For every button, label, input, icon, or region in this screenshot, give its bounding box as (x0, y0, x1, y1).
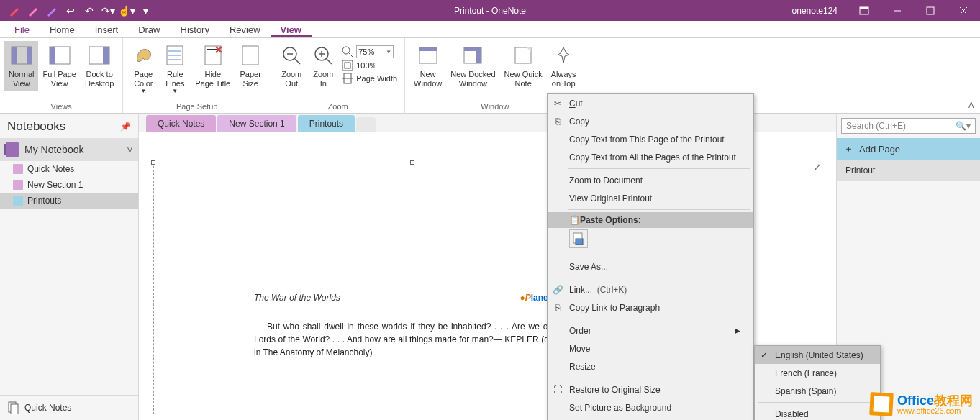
group-label-views: Views (0, 101, 122, 113)
always-on-top-button[interactable]: Always on Top (547, 41, 581, 91)
paste-picture-button[interactable] (569, 229, 588, 248)
new-quick-note-button[interactable]: New Quick Note (500, 41, 547, 91)
section-item-printouts[interactable]: Printouts (0, 193, 138, 209)
tab-quick-notes[interactable]: Quick Notes (146, 115, 216, 132)
notebook-sidebar: Notebooks 📌 My Notebook ᐯ Quick Notes Ne… (0, 114, 139, 420)
pen-pink-icon[interactable] (24, 2, 42, 19)
collapse-ribbon-button[interactable]: ᐱ (968, 101, 974, 110)
rule-lines-button[interactable]: Rule Lines▼ (159, 41, 191, 97)
back-icon[interactable]: ↩ (62, 2, 79, 19)
maximize-button[interactable] (914, 0, 947, 21)
menu-restore-original-size[interactable]: ⛶Restore to Original Size (548, 380, 753, 398)
pen-red-icon[interactable] (6, 2, 23, 19)
pin-sidebar-icon[interactable]: 📌 (120, 122, 131, 132)
quick-notes-footer[interactable]: Quick Notes (0, 395, 138, 420)
menu-resize[interactable]: Resize (548, 357, 753, 375)
customize-qat-icon[interactable]: ▾ (137, 2, 154, 19)
normal-view-button[interactable]: Normal View (4, 41, 38, 91)
page-width-button[interactable]: Page Width (342, 73, 397, 84)
current-notebook[interactable]: My Notebook ᐯ (0, 138, 138, 161)
hide-title-icon (201, 44, 224, 67)
section-item-quick-notes[interactable]: Quick Notes (0, 161, 138, 177)
svg-rect-7 (12, 47, 17, 64)
magnifier-icon (342, 46, 353, 58)
normal-view-icon (10, 44, 33, 67)
tab-insert[interactable]: Insert (85, 22, 129, 37)
svg-rect-10 (50, 47, 55, 64)
zoom-in-button[interactable]: Zoom In (307, 41, 339, 91)
search-input[interactable]: Search (Ctrl+E) 🔍▾ (841, 118, 976, 134)
menu-order[interactable]: Order▶ (548, 321, 753, 339)
tab-home[interactable]: Home (40, 22, 85, 37)
tab-printouts[interactable]: Printouts (298, 115, 355, 132)
zoom-100-button[interactable]: 100% (342, 60, 397, 71)
svg-point-29 (342, 47, 350, 54)
tab-history[interactable]: History (171, 22, 219, 37)
minimize-button[interactable] (881, 0, 914, 21)
submenu-french[interactable]: French (France) (755, 364, 880, 382)
resize-handle[interactable] (151, 160, 155, 165)
section-item-new-section[interactable]: New Section 1 (0, 177, 138, 193)
zoom-100-icon (342, 60, 353, 71)
menu-link[interactable]: 🔗Link... (Ctrl+K) (548, 280, 753, 298)
menu-copy-link-paragraph[interactable]: ⎘Copy Link to Paragraph (548, 298, 753, 316)
menu-cut[interactable]: ✂Cut (548, 94, 753, 112)
menu-copy-text-this-page[interactable]: Copy Text from This Page of the Printout (548, 130, 753, 148)
page-width-icon (342, 73, 353, 84)
add-page-button[interactable]: ＋ Add Page (837, 138, 980, 160)
add-section-button[interactable]: + (356, 117, 376, 132)
ribbon-display-icon[interactable] (848, 0, 881, 21)
submenu-english-us[interactable]: ✓English (United States) (755, 346, 880, 364)
ribbon: Normal View Full Page View Dock to Deskt… (0, 38, 980, 114)
language-submenu: ✓English (United States) French (France)… (754, 345, 881, 420)
restore-size-icon: ⛶ (552, 384, 563, 396)
ribbon-tabs: File Home Insert Draw History Review Vie… (0, 21, 980, 38)
submenu-disabled[interactable]: Disabled (755, 405, 880, 420)
page-item[interactable]: Printout (837, 160, 980, 181)
undo-icon[interactable]: ↶ (81, 2, 98, 19)
hide-page-title-button[interactable]: Hide Page Title (191, 41, 235, 91)
paste-icon: 📋 (569, 215, 580, 225)
cut-icon: ✂ (552, 98, 563, 109)
page-color-button[interactable]: Page Color▼ (127, 41, 159, 97)
submenu-spanish[interactable]: Spanish (Spain) (755, 382, 880, 400)
paste-options-row (548, 228, 753, 252)
expand-page-icon[interactable]: ⤢ (813, 161, 822, 173)
menu-save-as[interactable]: Save As... (548, 257, 753, 275)
new-window-button[interactable]: New Window (409, 41, 446, 91)
quick-access-toolbar: ↩ ↶ ↷▾ ☝▾ ▾ (0, 0, 154, 21)
menu-copy-text-all-pages[interactable]: Copy Text from All the Pages of the Prin… (548, 148, 753, 166)
tab-file[interactable]: File (4, 22, 40, 37)
paper-size-button[interactable]: Paper Size (235, 41, 266, 91)
dock-desktop-button[interactable]: Dock to Desktop (81, 41, 118, 91)
pen-purple-icon[interactable] (43, 2, 60, 19)
tab-view[interactable]: View (271, 22, 312, 37)
paper-size-icon (239, 44, 262, 67)
svg-rect-21 (242, 46, 258, 65)
menu-move[interactable]: Move (548, 339, 753, 357)
redo-icon[interactable]: ↷▾ (99, 2, 117, 19)
watermark-icon (869, 392, 894, 416)
tab-review[interactable]: Review (219, 22, 271, 37)
zoom-out-button[interactable]: Zoom Out (276, 41, 307, 91)
account-name[interactable]: onenote124 (782, 6, 848, 16)
zoom-out-icon (280, 44, 303, 67)
svg-line-24 (295, 59, 300, 64)
notebook-name: My Notebook (24, 144, 122, 155)
copy-icon: ⎘ (552, 116, 563, 127)
menu-zoom-document[interactable]: Zoom to Document (548, 171, 753, 189)
full-page-view-button[interactable]: Full Page View (38, 41, 80, 91)
resize-handle[interactable] (410, 160, 414, 165)
rule-lines-icon (163, 44, 186, 67)
menu-copy[interactable]: ⎘Copy (548, 112, 753, 130)
new-docked-window-button[interactable]: New Docked Window (446, 41, 499, 91)
docked-window-icon (461, 44, 484, 67)
tab-new-section[interactable]: New Section 1 (217, 115, 296, 132)
tab-draw[interactable]: Draw (128, 22, 170, 37)
menu-set-picture-background[interactable]: Set Picture as Background (548, 398, 753, 416)
close-button[interactable] (947, 0, 980, 21)
menu-view-original[interactable]: View Original Printout (548, 189, 753, 207)
zoom-percent-input[interactable]: 75%▼ (356, 45, 394, 58)
touch-mode-icon[interactable]: ☝▾ (118, 2, 135, 19)
svg-rect-36 (419, 47, 437, 51)
